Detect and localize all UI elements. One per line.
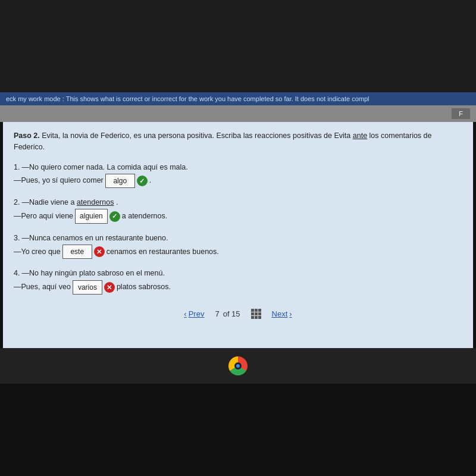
item-1-text1: —No quiero comer nada. La comida aquí es… [21, 161, 187, 174]
item-1: 1. —No quiero comer nada. La comida aquí… [14, 161, 462, 189]
item-1-num: 1. [14, 161, 20, 174]
next-chevron-icon: › [289, 309, 292, 318]
page-current: 7 [215, 309, 219, 318]
grid-cell [258, 312, 261, 315]
item-2-text1: —Nadie viene a atendernos . [21, 196, 118, 209]
next-label: Next [272, 309, 288, 318]
grid-cell [258, 316, 261, 319]
item-4-pre: —Pues, aquí veo [14, 281, 71, 293]
item-2: 2. —Nadie viene a atendernos . —Pero aqu… [14, 196, 462, 224]
item-4-post: platos sabrosos. [117, 281, 171, 293]
item-2-line1: 2. —Nadie viene a atendernos . [14, 196, 462, 209]
item-3-line1: 3. —Nunca cenamos en un restaurante buen… [14, 232, 462, 245]
next-button[interactable]: Next › [272, 309, 292, 318]
item-3-text1: —Nunca cenamos en un restaurante bueno. [21, 232, 168, 245]
item-3-line2: —Yo creo que este ✕ cenamos en restauran… [14, 245, 462, 259]
item-3-pre: —Yo creo que [14, 246, 61, 258]
item-3-post: cenamos en restaurantes buenos. [107, 246, 219, 258]
strip-button[interactable]: F [452, 108, 470, 119]
item-4-incorrect-icon: ✕ [104, 282, 115, 293]
item-4: 4. —No hay ningún plato sabroso en el me… [14, 267, 462, 295]
gray-strip: F [0, 105, 476, 122]
grid-cell [255, 312, 258, 315]
bottom-dark-area [0, 384, 476, 419]
item-3-num: 3. [14, 232, 20, 245]
chrome-taskbar [0, 348, 476, 384]
item-2-correct-icon: ✓ [109, 211, 120, 222]
grid-cell [251, 309, 254, 312]
item-2-num: 2. [14, 196, 20, 209]
nav-bar: ‹ Prev 7 of 15 Next › [14, 303, 462, 324]
item-3-answer: este [62, 245, 92, 259]
grid-cell [255, 309, 258, 312]
paso-desc1: Evita, la novia de Federico, es una pers… [40, 131, 353, 140]
item-2-pre: —Pero aquí viene [14, 210, 73, 223]
page-info: 7 of 15 [215, 309, 240, 318]
item-1-post: . [149, 174, 151, 187]
item-4-num: 4. [14, 267, 20, 280]
item-4-answer: varios [73, 280, 102, 295]
grid-cell [251, 312, 254, 315]
page-separator: of 15 [223, 309, 240, 318]
paso-instructions: Paso 2. Evita, la novia de Federico, es … [14, 130, 462, 153]
grid-cell [255, 316, 258, 319]
item-4-line1: 4. —No hay ningún plato sabroso en el me… [14, 267, 462, 280]
item-2-line2: —Pero aquí viene alguien ✓ a atendernos. [14, 209, 462, 223]
item-1-answer: algo [105, 174, 135, 188]
item-4-line2: —Pues, aquí veo varios ✕ platos sabrosos… [14, 280, 462, 295]
item-1-correct-icon: ✓ [137, 176, 148, 186]
main-content-area: Paso 2. Evita, la novia de Federico, es … [3, 122, 473, 348]
item-1-line2: —Pues, yo sí quiero comer algo ✓ . [14, 174, 462, 188]
item-3: 3. —Nunca cenamos en un restaurante buen… [14, 232, 462, 259]
item-2-answer: alguien [75, 209, 108, 223]
item-2-post: a atendernos. [122, 210, 167, 223]
prev-chevron-icon: ‹ [184, 309, 186, 318]
banner-strip: eck my work mode : This shows what is co… [0, 92, 476, 105]
grid-cell [258, 309, 261, 312]
top-dark-area [0, 0, 476, 92]
banner-text: eck my work mode : This shows what is co… [6, 95, 369, 102]
chrome-logo-icon [228, 356, 248, 375]
chrome-logo-inner [234, 362, 242, 369]
ante-word: ante [353, 131, 367, 140]
item-1-line1: 1. —No quiero comer nada. La comida aquí… [14, 161, 462, 174]
item-4-text1: —No hay ningún plato sabroso en el menú. [21, 267, 164, 280]
grid-icon[interactable] [251, 309, 261, 319]
item-1-pre: —Pues, yo sí quiero comer [14, 174, 104, 187]
screen: eck my work mode : This shows what is co… [0, 0, 476, 476]
paso-label: Paso 2. [14, 131, 40, 140]
item-3-incorrect-icon: ✕ [94, 246, 105, 257]
prev-label: Prev [189, 309, 205, 318]
grid-cell [251, 316, 254, 319]
prev-button[interactable]: ‹ Prev [184, 309, 204, 318]
